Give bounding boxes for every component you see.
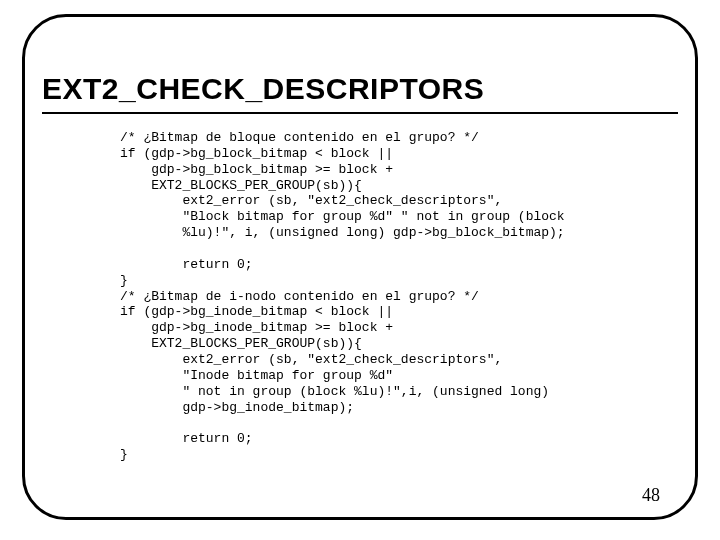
title-underline — [42, 112, 678, 114]
slide-title: EXT2_CHECK_DESCRIPTORS — [42, 72, 484, 106]
slide: EXT2_CHECK_DESCRIPTORS /* ¿Bitmap de blo… — [0, 0, 720, 540]
code-block: /* ¿Bitmap de bloque contenido en el gru… — [120, 130, 665, 463]
page-number: 48 — [642, 485, 660, 506]
